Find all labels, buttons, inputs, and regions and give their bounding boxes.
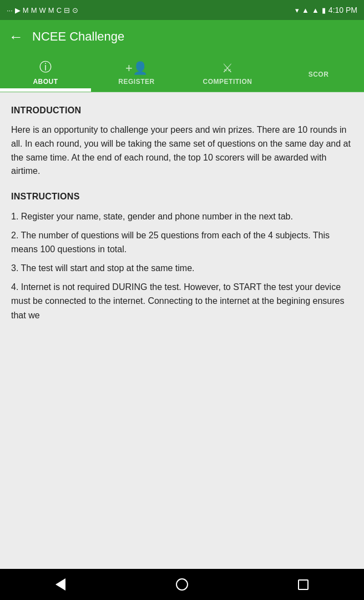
app-title: NCEE Challenge: [32, 29, 124, 44]
wifi-icon: ▾: [295, 6, 299, 14]
instruction-1: 1. Register your name, state, gender and…: [11, 209, 353, 224]
dots-icon: ···: [7, 6, 13, 14]
main-content: INTRODUCTION Here is an opportunity to c…: [0, 92, 364, 569]
signal1-icon: ▲: [302, 6, 309, 14]
cast-icon: C: [57, 6, 62, 14]
tab-competition[interactable]: ⚔ COMPETITION: [182, 53, 273, 92]
back-button[interactable]: ←: [9, 29, 23, 44]
intro-text: Here is an opportunity to challenge your…: [11, 123, 353, 178]
instruction-3: 3. The test will start and stop at the s…: [11, 261, 353, 276]
intro-heading: INTRODUCTION: [11, 106, 353, 116]
back-nav-button[interactable]: [44, 573, 77, 596]
signal2-icon: ▲: [312, 6, 319, 14]
recent-nav-button[interactable]: [287, 573, 320, 596]
instruction-4: 4. Internet is not required DURING the t…: [11, 280, 353, 323]
tab-register[interactable]: +👤 REGISTER: [91, 53, 182, 92]
tab-bar: ⓘ ABOUT +👤 REGISTER ⚔ COMPETITION SCOR: [0, 53, 364, 92]
instructions-heading: INSTRUCTIONS: [11, 192, 353, 202]
add-user-icon: +👤: [125, 61, 148, 76]
mail-icon: M: [48, 6, 54, 14]
tab-score[interactable]: SCOR: [273, 53, 364, 92]
status-left-icons: ··· ▶ M M W M C ⊟ ⊙: [7, 6, 78, 14]
battery-icon: ▮: [322, 6, 326, 14]
status-right-icons: ▾ ▲ ▲ ▮ 4:10 PM: [295, 6, 357, 14]
tab-about[interactable]: ⓘ ABOUT: [0, 53, 91, 92]
gmail2-icon: M: [31, 6, 37, 14]
youtube-icon: ▶: [15, 6, 21, 14]
tab-about-label: ABOUT: [2, 78, 89, 86]
instructions-list: 1. Register your name, state, gender and…: [11, 209, 353, 322]
instruction-2: 2. The number of questions will be 25 qu…: [11, 228, 353, 257]
cast2-icon: ⊟: [64, 6, 70, 14]
tab-competition-label: COMPETITION: [184, 78, 271, 86]
clock-icon: ⊙: [72, 6, 78, 14]
tab-score-label: SCOR: [275, 71, 362, 78]
swords-icon: ⚔: [222, 61, 233, 76]
back-nav-icon: [55, 578, 65, 591]
gmail-icon: M: [23, 6, 29, 14]
status-time: 4:10 PM: [328, 6, 357, 14]
tab-register-label: REGISTER: [93, 78, 180, 86]
status-bar: ··· ▶ M M W M C ⊟ ⊙ ▾ ▲ ▲ ▮ 4:10 PM: [0, 0, 364, 20]
word-icon: W: [39, 6, 46, 14]
recent-nav-icon: [298, 579, 309, 590]
home-nav-button[interactable]: [165, 573, 199, 596]
bottom-nav: [0, 569, 364, 600]
home-nav-icon: [176, 578, 188, 591]
app-bar: ← NCEE Challenge: [0, 20, 364, 53]
info-icon: ⓘ: [39, 59, 52, 76]
